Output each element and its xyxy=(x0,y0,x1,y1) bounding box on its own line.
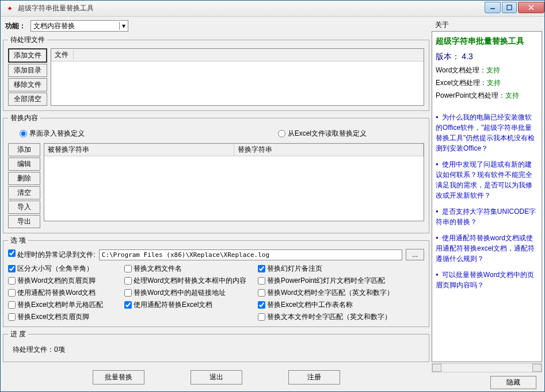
browse-button[interactable]: ... xyxy=(406,249,424,260)
opt-ppt-whole[interactable]: 替换PowerPoint幻灯片文档时全字匹配 xyxy=(258,276,407,286)
export-button[interactable]: 导出 xyxy=(8,215,40,228)
content-area: 功能： 文档内容替换 ▾ 待处理文件 添加文件 添加目录 移除文件 全部清空 xyxy=(1,17,544,391)
opt-ppt-notes[interactable]: 替换幻灯片备注页 xyxy=(258,264,407,274)
clear-rules-button[interactable]: 清空 xyxy=(8,186,40,199)
opt-word-header[interactable]: 替换Word文档的页眉页脚 xyxy=(8,276,123,286)
ppt-support: PowerPoint文档处理：支持 xyxy=(436,90,538,101)
radio-interface[interactable]: 界面录入替换定义 xyxy=(20,129,85,139)
faq-link-5[interactable]: 可以批量替换Word文档中的页眉页脚内容吗？ xyxy=(436,270,538,290)
progress-fieldset: 进 度 待处理文件：0项 xyxy=(3,329,429,362)
hide-button[interactable]: 隐藏 xyxy=(490,376,536,389)
window-controls xyxy=(483,2,544,13)
horizontal-scrollbar[interactable] xyxy=(432,363,542,372)
progress-text: 待处理文件：0项 xyxy=(8,343,424,357)
log-checkbox[interactable] xyxy=(8,249,16,257)
opt-text-whole[interactable]: 替换文本文件时全字匹配（英文和数字） xyxy=(258,312,407,322)
progress-legend: 进 度 xyxy=(8,329,28,339)
options-legend: 选 项 xyxy=(8,236,28,245)
opt-word-hyperlink[interactable]: 替换Word文档中的超链接地址 xyxy=(124,288,257,298)
rules-col-to[interactable]: 替换字符串 xyxy=(234,144,424,156)
about-title: 超级字符串批量替换工具 xyxy=(436,35,538,47)
opt-wildcard-excel[interactable]: 使用通配符替换Excel文档 xyxy=(124,300,257,310)
opt-excel-header[interactable]: 替换Excel文档页眉页脚 xyxy=(8,312,123,322)
bottom-buttons: 批量替换 退出 注册 xyxy=(3,364,429,387)
radio-excel-input[interactable] xyxy=(278,130,285,137)
remove-file-button[interactable]: 移除文件 xyxy=(8,78,47,91)
function-combo[interactable]: 文档内容替换 ▾ xyxy=(31,20,128,32)
files-legend: 待处理文件 xyxy=(8,35,47,45)
opt-word-whole[interactable]: 替换Word文档时全字匹配（英文和数字） xyxy=(258,288,407,298)
opt-wildcard-word[interactable]: 使用通配符替换Word文档 xyxy=(8,288,123,298)
files-listbox[interactable]: 文件 xyxy=(51,48,424,106)
function-toolbar: 功能： 文档内容替换 ▾ xyxy=(3,19,429,33)
register-button[interactable]: 注册 xyxy=(288,370,340,385)
scroll-left-icon[interactable] xyxy=(432,364,441,372)
add-file-button[interactable]: 添加文件 xyxy=(8,48,47,63)
about-content: 超级字符串批量替换工具 版本： 4.3 Word文档处理：支持 Excel文档处… xyxy=(432,31,542,362)
rules-list-body[interactable] xyxy=(44,156,424,221)
minimize-button[interactable] xyxy=(485,2,501,13)
about-panel: 关于 超级字符串批量替换工具 版本： 4.3 Word文档处理：支持 Excel… xyxy=(432,19,542,389)
left-panel: 功能： 文档内容替换 ▾ 待处理文件 添加文件 添加目录 移除文件 全部清空 xyxy=(3,19,429,389)
close-button[interactable] xyxy=(518,2,544,13)
opt-case[interactable]: 区分大小写（全角半角） xyxy=(8,264,123,274)
opt-filename[interactable]: 替换文档文件名 xyxy=(124,264,257,274)
titlebar[interactable]: ✦ 超级字符串批量替换工具 xyxy=(1,1,544,17)
word-support: Word文档处理：支持 xyxy=(436,65,538,75)
batch-replace-button[interactable]: 批量替换 xyxy=(93,370,144,385)
faq-link-2[interactable]: 使用中发现了问题或有新的建议如何联系？现有软件不能完全满足我的需求，是否可以为我… xyxy=(436,159,538,201)
maximize-button[interactable] xyxy=(502,2,517,13)
excel-support: Excel文档处理：支持 xyxy=(436,78,538,88)
opt-excel-sheet[interactable]: 替换Excel文档中工作表名称 xyxy=(258,300,407,310)
svg-rect-1 xyxy=(507,5,512,10)
about-header: 关于 xyxy=(432,19,542,31)
edit-rule-button[interactable]: 编辑 xyxy=(8,157,40,171)
delete-rule-button[interactable]: 删除 xyxy=(8,172,40,185)
function-combo-value: 文档内容替换 xyxy=(33,21,75,31)
opt-word-textbox[interactable]: 处理Word文档时替换文本框中的内容 xyxy=(124,276,257,286)
radio-interface-input[interactable] xyxy=(20,130,27,137)
faq-link-1[interactable]: 为什么我的电脑已经安装微软的Office软件，"超级字符串批量替换工具"仍然提示… xyxy=(436,112,538,153)
import-button[interactable]: 导入 xyxy=(8,201,40,214)
faq-link-4[interactable]: 使用通配符替换word文档或使用通配符替换excel文档，通配符遵循什么规则？ xyxy=(436,233,538,264)
add-rule-button[interactable]: 添加 xyxy=(8,143,40,156)
rules-listbox[interactable]: 被替换字符串 替换字符串 xyxy=(44,143,424,221)
faq-link-3[interactable]: 是否支持大字符集UNICODE字符串的替换？ xyxy=(436,206,538,227)
files-list-header: 文件 xyxy=(51,49,424,62)
version-label: 版本： xyxy=(436,52,460,61)
opt-excel-cell[interactable]: 替换Excel文档时单元格匹配 xyxy=(8,300,123,310)
add-dir-button[interactable]: 添加目录 xyxy=(8,64,47,77)
replace-fieldset: 替换内容 界面录入替换定义 从Excel文件读取替换定义 添加 编辑 删除 清空… xyxy=(3,113,429,233)
log-path-input[interactable]: C:\Program Files (x86)\XReplace\XReplace… xyxy=(99,249,402,260)
log-checkbox-label[interactable]: 处理时的异常记录到文件: xyxy=(8,249,96,260)
version-number: 4.3 xyxy=(462,52,472,61)
replace-legend: 替换内容 xyxy=(8,113,40,123)
radio-excel[interactable]: 从Excel文件读取替换定义 xyxy=(278,129,367,139)
files-fieldset: 待处理文件 添加文件 添加目录 移除文件 全部清空 文件 xyxy=(3,35,429,111)
files-list-body[interactable] xyxy=(51,62,424,105)
options-fieldset: 选 项 处理时的异常记录到文件: C:\Program Files (x86)\… xyxy=(3,236,429,327)
rules-header: 被替换字符串 替换字符串 xyxy=(44,144,424,156)
main-window: ✦ 超级字符串批量替换工具 功能： 文档内容替换 ▾ 待处理文件 添加文件 xyxy=(0,0,545,392)
clear-files-button[interactable]: 全部清空 xyxy=(8,93,47,106)
rules-col-from[interactable]: 被替换字符串 xyxy=(44,144,234,156)
files-header-col[interactable]: 文件 xyxy=(55,50,74,60)
scroll-track[interactable] xyxy=(441,364,532,372)
app-icon: ✦ xyxy=(5,4,14,13)
window-title: 超级字符串批量替换工具 xyxy=(18,3,483,13)
scroll-right-icon[interactable] xyxy=(532,364,542,372)
exit-button[interactable]: 退出 xyxy=(190,370,242,385)
chevron-down-icon: ▾ xyxy=(119,22,125,30)
function-label: 功能： xyxy=(5,21,26,31)
